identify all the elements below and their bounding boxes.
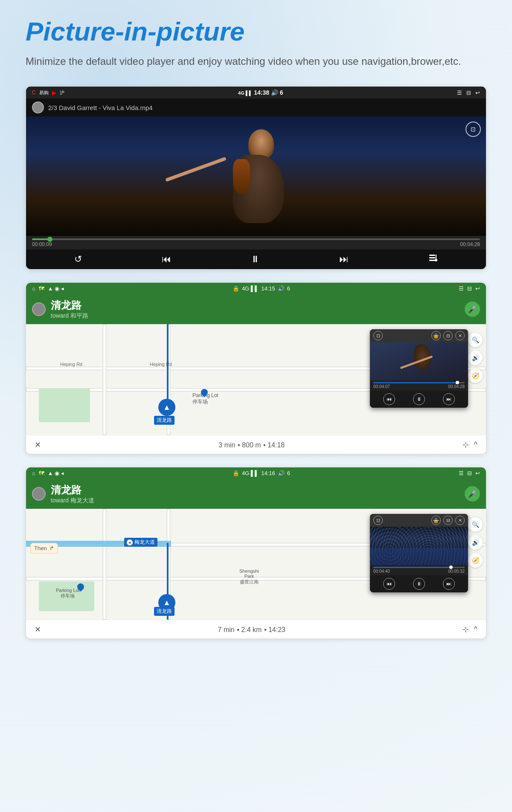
nav-1-time-val: 3 min [218, 441, 235, 449]
pip-close-btn[interactable]: ✕ [455, 331, 465, 340]
mic-button-2[interactable]: 🎤 [465, 486, 480, 502]
nav-2-status-right: ☰ ⊟ ↩ [459, 470, 480, 476]
playlist-button[interactable] [428, 254, 438, 265]
map-parking-2: Parking Lot停车场 [56, 588, 80, 599]
map-label-heping-2: Heping Rd [150, 362, 172, 367]
then-badge: Then ↱ [30, 543, 58, 554]
nav-1-status-left: ⌂ 🗺 ▲ ◉ ◂ [32, 285, 64, 292]
pip-close-btn-2[interactable]: ✕ [455, 516, 465, 525]
map-road-v-3 [103, 509, 106, 620]
pip-lock-btn[interactable]: 🔒 [431, 331, 441, 340]
pip-time-current-2: 00:04:40 [373, 569, 390, 574]
pip-film-icon[interactable]: ⊡ [373, 331, 383, 340]
status-bar-left: C 易购 ▶ 沪 [32, 90, 64, 96]
repeat-button[interactable]: ↺ [74, 254, 82, 265]
pip-time-total-2: 00:05:32 [448, 569, 465, 574]
menu-icon[interactable]: ☰ [457, 90, 462, 96]
nav-2-time-val: 7 min [218, 626, 235, 633]
pip-prev-1[interactable]: ⏮ [383, 393, 395, 405]
nav-1-window[interactable]: ⊟ [467, 285, 472, 292]
progress-bar[interactable] [32, 238, 480, 240]
map-green-1 [39, 388, 90, 422]
nav-1-status-right: ☰ ⊟ ↩ [459, 285, 480, 292]
nav-2-window[interactable]: ⊟ [467, 470, 472, 476]
map-nav-arrow-1: ▲ [158, 399, 175, 416]
home-icon[interactable]: ⌂ [32, 285, 35, 292]
pip-video-2 [370, 527, 468, 565]
next-button[interactable]: ⏭ [339, 254, 349, 265]
search-btn-2[interactable]: 🔍 [468, 517, 483, 532]
maps-icon-2: 🗺 [39, 470, 44, 476]
video-status-bar: C 易购 ▶ 沪 4G ▌▌ 14:38 🔊 6 ☰ ⊟ ↩ [26, 87, 486, 99]
nav-2-menu[interactable]: ☰ [459, 470, 464, 476]
nav-1-menu[interactable]: ☰ [459, 285, 464, 292]
lock-icon-2: 🔒 [233, 470, 239, 476]
meilong-pin: ◈ [127, 539, 133, 545]
page-subtitle: Minimize the default video player and en… [26, 54, 486, 69]
nav-arrow-icon-2: ▲ [163, 598, 171, 607]
nav-2-distance: 2.4 km [241, 626, 262, 633]
pip-min-btn-2[interactable]: ⊟ [443, 516, 453, 525]
video-title-bar: 2/3 David Garrett - Viva La Vida.mp4 [26, 99, 486, 116]
time-current: 00:00:09 [32, 241, 52, 247]
video-player: C 易购 ▶ 沪 4G ▌▌ 14:38 🔊 6 ☰ ⊟ ↩ 2/3 David… [26, 87, 486, 269]
nav-1-status-center: 🔒 4G ▌▌ 14:15 🔊 6 [233, 285, 290, 292]
nav-2-close[interactable]: ✕ [35, 625, 41, 634]
nav-2-avatar [32, 487, 46, 501]
nav-2-bottom-info: 7 min • 2.4 km • 14:23 [218, 624, 285, 634]
nav-2-up-icon[interactable]: ^ [474, 625, 477, 634]
app-icons: C [32, 90, 36, 96]
compass-btn-1[interactable]: 🧭 [468, 368, 483, 383]
back-icon[interactable]: ↩ [475, 90, 480, 96]
pip-progress-bar-1[interactable] [373, 382, 465, 383]
nav-1-up-icon[interactable]: ^ [474, 440, 477, 449]
pip-pause-1[interactable]: ⏸ [413, 393, 425, 405]
home-icon-2[interactable]: ⌂ [32, 470, 35, 476]
pip-toggle-button[interactable]: ⊡ [465, 122, 481, 137]
notification-text: 沪 [60, 90, 64, 96]
compass-btn-2[interactable]: 🧭 [468, 553, 483, 568]
nav-2-street-name: 清龙路 [51, 483, 94, 497]
progress-fill [32, 238, 50, 240]
nav-2-back[interactable]: ↩ [475, 470, 480, 476]
pip-progress-bar-2[interactable] [373, 567, 465, 568]
window-icon[interactable]: ⊟ [466, 90, 471, 96]
pip-progress-2: 00:04:40 00:05:32 [370, 565, 468, 575]
pip-prev-2[interactable]: ⏮ [383, 578, 395, 590]
pip-controls-2: ⏮ ⏸ ⏭ [370, 575, 468, 592]
pip-progress-1: 00:04:07 00:04:28 [370, 380, 468, 391]
pip-toolbar-1: ⊡ 🔒 ⊟ ✕ [370, 329, 468, 342]
pip-pause-2[interactable]: ⏸ [413, 578, 425, 590]
volume-btn-1[interactable]: 🔊 [468, 351, 483, 365]
pip-next-2[interactable]: ⏭ [443, 578, 455, 590]
nav-1-back[interactable]: ↩ [475, 285, 480, 292]
mic-button-1[interactable]: 🎤 [465, 302, 480, 317]
nav-1-filter-icon[interactable]: ⊹ [463, 440, 469, 450]
nav-2-battery: 6 [287, 470, 290, 476]
nav-1-volume: 🔊 [278, 285, 285, 292]
pip-lock-btn-2[interactable]: 🔒 [431, 516, 441, 525]
pip-film-icon-2[interactable]: ⊡ [373, 516, 383, 525]
search-btn-1[interactable]: 🔍 [468, 333, 483, 347]
page-title: Picture-in-picture [26, 17, 486, 46]
nav-1-battery: 6 [287, 285, 290, 292]
pip-progress-fill-2 [373, 567, 451, 568]
nav-2-toward: toward 梅龙大道 [51, 497, 94, 505]
svg-rect-0 [429, 255, 435, 256]
pause-button[interactable]: ⏸ [250, 254, 260, 265]
pip-next-1[interactable]: ⏭ [443, 393, 455, 405]
volume-btn-2[interactable]: 🔊 [468, 535, 483, 550]
pip-time-row-2: 00:04:40 00:05:32 [373, 568, 465, 574]
volume-icon: 🔊 [271, 89, 278, 96]
nav-2-bottom-icons: ⊹ ^ [463, 625, 477, 634]
prev-button[interactable]: ⏮ [162, 254, 171, 265]
lock-icon: 🔒 [233, 285, 239, 292]
map-location-label-2: 清龙路 [154, 607, 175, 616]
nav-2-filter-icon[interactable]: ⊹ [463, 625, 469, 634]
pip-time-total-1: 00:04:28 [448, 384, 465, 389]
nav-1-close[interactable]: ✕ [35, 440, 41, 450]
nav-2-map: Then ↱ ▲ 清龙路 ◈ 梅龙大道 Parking Lot停车场 Sheng… [26, 509, 486, 620]
then-arrow: ↱ [49, 545, 54, 551]
pip-min-btn[interactable]: ⊟ [443, 331, 453, 340]
nav-screenshot-1: ⌂ 🗺 ▲ ◉ ◂ 🔒 4G ▌▌ 14:15 🔊 6 ☰ ⊟ ↩ 清龙路 [26, 282, 486, 454]
